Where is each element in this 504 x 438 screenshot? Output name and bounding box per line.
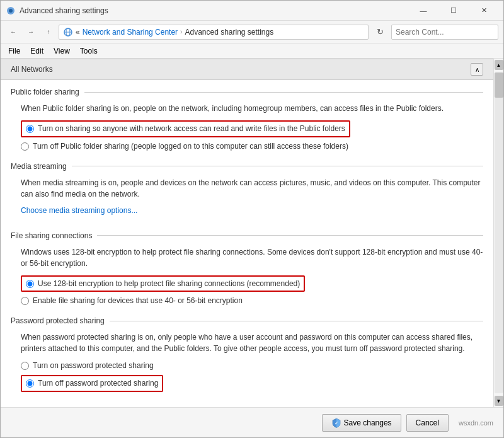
section-content: Public folder sharing When Public folder…	[1, 80, 493, 407]
radio-option-public-off[interactable]: Turn off Public folder sharing (people l…	[21, 141, 483, 152]
save-changes-button[interactable]: ✓ Save changes	[322, 414, 401, 432]
breadcrumb-part1[interactable]: Network and Sharing Center	[83, 28, 178, 37]
radio-public-on[interactable]	[26, 125, 34, 133]
scroll-thumb[interactable]	[495, 72, 503, 98]
search-input[interactable]	[391, 25, 498, 40]
svg-text:✓: ✓	[335, 421, 338, 425]
footer: ✓ Save changes Cancel wsxdn.com	[1, 407, 503, 437]
file-sharing-description: Windows uses 128-bit encryption to help …	[21, 246, 483, 269]
title-bar: Advanced sharing settings — ☐ ✕	[1, 1, 503, 21]
menu-file[interactable]: File	[3, 45, 25, 57]
section-collapse-button[interactable]: ∧	[471, 63, 483, 76]
window-controls: — ☐ ✕	[409, 1, 498, 21]
radio-option-password-off-highlighted[interactable]: Turn off password protected sharing	[21, 375, 163, 392]
media-streaming-link[interactable]: Choose media streaming options...	[21, 206, 137, 215]
subsection-password: Password protected sharing When password…	[11, 316, 483, 396]
radio-password-off[interactable]	[26, 379, 34, 388]
forward-button[interactable]: →	[23, 25, 38, 40]
radio-encrypt-40-56-label: Enable file sharing for devices that use…	[33, 296, 243, 306]
window: Advanced sharing settings — ☐ ✕ ← → ↑ « …	[0, 0, 504, 438]
svg-point-1	[9, 9, 13, 13]
divider-line-file	[97, 235, 483, 236]
menu-tools[interactable]: Tools	[75, 45, 103, 57]
radio-option-encrypt-40-56[interactable]: Enable file sharing for devices that use…	[21, 296, 483, 306]
subsection-title-password: Password protected sharing	[11, 316, 110, 325]
network-icon	[63, 27, 73, 37]
menu-bar: File Edit View Tools	[1, 43, 503, 59]
save-changes-label: Save changes	[344, 418, 392, 427]
radio-public-off[interactable]	[21, 142, 29, 151]
window-icon	[6, 6, 16, 16]
shield-icon: ✓	[331, 418, 341, 428]
scroll-track	[495, 72, 503, 393]
wsxdn-label: wsxdn.com	[459, 419, 493, 427]
radio-option-public-on-highlighted[interactable]: Turn on sharing so anyone with network a…	[21, 120, 350, 137]
subsection-public-folder: Public folder sharing When Public folder…	[11, 88, 483, 152]
radio-public-off-label: Turn off Public folder sharing (people l…	[33, 141, 348, 152]
divider-line-password	[110, 321, 483, 321]
menu-edit[interactable]: Edit	[25, 45, 49, 57]
main-panel: All Networks ∧ Public folder sharing Whe…	[1, 59, 493, 407]
radio-encrypt-40-56[interactable]	[21, 297, 29, 305]
divider-line	[84, 92, 483, 93]
radio-password-off-label: Turn off password protected sharing	[38, 378, 158, 389]
subsection-divider-password: Password protected sharing	[11, 316, 483, 325]
subsection-divider-file: File sharing connections	[11, 231, 483, 240]
up-button[interactable]: ↑	[41, 25, 56, 40]
content-area: All Networks ∧ Public folder sharing Whe…	[1, 59, 503, 407]
public-folder-description: When Public folder sharing is on, people…	[21, 103, 483, 114]
minimize-button[interactable]: —	[409, 1, 438, 21]
section-header-all-networks: All Networks ∧	[1, 59, 493, 80]
media-streaming-description: When media streaming is on, people and d…	[21, 177, 483, 200]
subsection-title-media: Media streaming	[11, 162, 72, 171]
divider-line-media	[72, 166, 483, 166]
breadcrumb-separator: «	[76, 28, 80, 37]
radio-encrypt-128[interactable]	[26, 280, 34, 288]
scrollbar[interactable]: ▲ ▼	[493, 59, 503, 407]
subsection-title-public: Public folder sharing	[11, 88, 84, 96]
subsection-title-file: File sharing connections	[11, 231, 97, 240]
refresh-button[interactable]: ↻	[371, 23, 389, 41]
subsection-file-sharing: File sharing connections Windows uses 12…	[11, 231, 483, 307]
breadcrumb-part2: Advanced sharing settings	[185, 28, 273, 37]
subsection-divider-media: Media streaming	[11, 162, 483, 171]
cancel-button[interactable]: Cancel	[406, 414, 449, 432]
radio-password-on-label: Turn on password protected sharing	[33, 360, 154, 371]
radio-public-on-label: Turn on sharing so anyone with network a…	[38, 124, 345, 134]
menu-view[interactable]: View	[49, 45, 75, 57]
maximize-button[interactable]: ☐	[439, 1, 468, 21]
subsection-media-streaming: Media streaming When media streaming is …	[11, 162, 483, 221]
radio-password-on[interactable]	[21, 362, 29, 370]
address-breadcrumb: « Network and Sharing Center › Advanced …	[59, 25, 369, 40]
scroll-up-btn[interactable]: ▲	[495, 60, 503, 70]
radio-encrypt-128-label: Use 128-bit encryption to help protect f…	[38, 279, 300, 289]
radio-option-password-on[interactable]: Turn on password protected sharing	[21, 360, 483, 371]
breadcrumb-arrow: ›	[180, 28, 182, 35]
back-button[interactable]: ←	[6, 25, 21, 40]
close-button[interactable]: ✕	[469, 1, 498, 21]
radio-option-encrypt-128-highlighted[interactable]: Use 128-bit encryption to help protect f…	[21, 275, 305, 292]
password-sharing-description: When password protected sharing is on, o…	[21, 331, 483, 354]
section-header-text: All Networks	[11, 65, 471, 74]
window-title: Advanced sharing settings	[20, 6, 409, 15]
subsection-divider-public: Public folder sharing	[11, 88, 483, 96]
scroll-down-btn[interactable]: ▼	[495, 396, 503, 406]
address-bar: ← → ↑ « Network and Sharing Center › Adv…	[1, 21, 503, 43]
